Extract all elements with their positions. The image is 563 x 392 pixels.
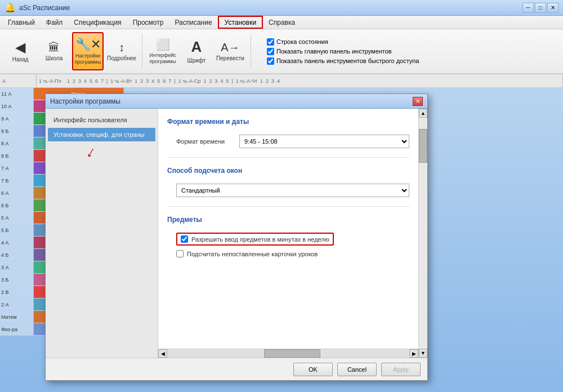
vertical-scroll-thumb[interactable]	[419, 129, 427, 163]
scroll-up-button[interactable]: ▲	[419, 109, 427, 118]
interface-label: Интерфейс программы	[148, 52, 178, 65]
back-icon: ◀	[15, 39, 25, 56]
menu-spec[interactable]: Спецификация	[68, 16, 127, 29]
apply-button[interactable]: Apply	[381, 363, 421, 376]
time-format-select[interactable]: 9:45 - 15:08 09:45 - 15:08 9:45am - 3:08…	[239, 135, 409, 148]
back-label: Назад	[12, 56, 29, 63]
check-quick-toolbar-label: Показать панель инструментов быстрого до…	[276, 57, 419, 64]
dialog-nav: Интерфейс пользователя Установки, специф…	[46, 109, 158, 358]
section-divider-1	[167, 157, 409, 158]
check-quick-toolbar-input[interactable]	[267, 57, 274, 65]
translate-button[interactable]: A→ Перевести	[215, 32, 246, 70]
app-icon: 🔔	[5, 2, 16, 13]
toolbar-sep-1	[142, 34, 142, 68]
check-quick-toolbar[interactable]: Показать панель инструментов быстрого до…	[267, 57, 419, 65]
font-label: Шрифт	[187, 57, 206, 64]
subjects-check-row-2: Подсчитать непоставленные карточки уроко…	[167, 250, 409, 257]
time-format-label: Формат времени	[176, 138, 233, 145]
app-title: aSc Расписание	[19, 4, 70, 12]
minutes-per-week-label[interactable]: Разрешить ввод предметов в минутах в нед…	[176, 233, 334, 246]
maximize-button[interactable]: □	[535, 3, 546, 13]
dialog-body: Интерфейс пользователя Установки, специф…	[46, 109, 427, 358]
section-divider-2	[167, 206, 409, 207]
interface-button[interactable]: ⬜ Интерфейс программы	[147, 32, 178, 70]
toolbar: ◀ Назад 🏛 Школа 🔧✕ Настройки программы ↕…	[0, 29, 563, 74]
minimize-button[interactable]: ─	[522, 3, 534, 13]
back-button[interactable]: ◀ Назад	[5, 32, 36, 70]
scroll-left-button[interactable]: ◀	[158, 349, 167, 358]
time-format-row: Формат времени 9:45 - 15:08 09:45 - 15:0…	[167, 135, 409, 148]
ruler-q1: 1 ч₁-А-Пл 1 2 3 4 5 6 7 | 1 ч₁-А-Вт 1 2 …	[37, 74, 563, 87]
counting-method-select[interactable]: Стандартный Альтернативный	[176, 184, 409, 197]
cancel-button[interactable]: Cancel	[337, 363, 377, 376]
menu-settings[interactable]: Установки	[218, 16, 263, 29]
unplaced-cards-checkbox[interactable]	[176, 250, 184, 257]
menu-glavny[interactable]: Главный	[2, 16, 41, 29]
scroll-down-button[interactable]: ▼	[419, 349, 427, 358]
menu-help[interactable]: Справка	[263, 16, 301, 29]
scroll-right-button[interactable]: ▶	[409, 349, 418, 358]
check-main-toolbar[interactable]: Показать главную панель инструментов	[267, 48, 419, 55]
translate-label: Перевести	[216, 55, 244, 62]
dialog-vertical-scrollbar[interactable]: ▲ ▼	[418, 109, 427, 358]
dialog-overlay: Настройки программы ✕ Интерфейс пользова…	[0, 88, 563, 392]
translate-icon: A→	[221, 41, 239, 54]
menu-schedule[interactable]: Расписание	[169, 16, 217, 29]
check-status-bar[interactable]: Строка состояния	[267, 38, 419, 46]
school-label: Школа	[46, 55, 62, 62]
main-area: 11 АМатем10 АПраво Ма9 АХимия Фи9 БПС Пр…	[0, 88, 563, 392]
check-status-bar-label: Строка состояния	[276, 38, 328, 45]
unplaced-cards-text: Подсчитать непоставленные карточки уроко…	[187, 251, 318, 257]
settings-dialog: Настройки программы ✕ Интерфейс пользова…	[45, 93, 428, 381]
window-controls: ─ □ ✕	[522, 3, 558, 13]
ruler: А 1 ч₁-А-Пл 1 2 3 4 5 6 7 | 1 ч₁-А-Вт 1 …	[0, 74, 563, 88]
font-icon: A	[191, 38, 202, 56]
scroll-thumb[interactable]	[264, 349, 320, 358]
nav-country-settings[interactable]: Установки, специф. для страны	[48, 128, 155, 141]
dialog-footer: OK Cancel Apply	[46, 358, 427, 380]
ok-button[interactable]: OK	[293, 363, 333, 376]
school-icon: 🏛	[48, 41, 60, 54]
title-bar: 🔔 aSc Расписание ─ □ ✕	[0, 0, 563, 16]
check-main-toolbar-input[interactable]	[267, 48, 274, 55]
menu-view[interactable]: Просмотр	[127, 16, 169, 29]
settings-label: Настройки программы	[73, 53, 102, 65]
details-button[interactable]: ↕ Подробнее	[106, 32, 137, 70]
scroll-track[interactable]	[167, 349, 409, 358]
close-button[interactable]: ✕	[547, 3, 558, 13]
school-button[interactable]: 🏛 Школа	[38, 32, 70, 70]
subjects-section-header: Предметы	[167, 216, 409, 226]
ribbon-checkboxes: Строка состояния Показать главную панель…	[267, 38, 419, 65]
nav-interface[interactable]: Интерфейс пользователя	[48, 113, 155, 127]
ruler-label: А	[0, 74, 37, 87]
interface-icon: ⬜	[156, 38, 170, 51]
dialog-content: Формат времени и даты Формат времени 9:4…	[158, 109, 418, 349]
minutes-per-week-checkbox[interactable]	[181, 235, 188, 243]
toolbar-sep-2	[251, 34, 251, 68]
check-status-bar-input[interactable]	[267, 38, 274, 46]
details-icon: ↕	[119, 41, 124, 54]
menu-file[interactable]: Файл	[41, 16, 69, 29]
subjects-check-row-1: Разрешить ввод предметов в минутах в нед…	[167, 233, 409, 246]
minutes-per-week-text: Разрешить ввод предметов в минутах в нед…	[191, 236, 329, 243]
details-label: Подробнее	[107, 55, 136, 62]
check-main-toolbar-label: Показать главную панель инструментов	[276, 48, 392, 55]
dialog-bottom-scrollbar[interactable]: ◀ ▶	[158, 349, 418, 358]
dialog-title-bar: Настройки программы ✕	[46, 94, 427, 109]
menu-bar: Главный Файл Спецификация Просмотр Распи…	[0, 16, 563, 29]
settings-icon: 🔧✕	[75, 37, 101, 52]
settings-button[interactable]: 🔧✕ Настройки программы	[72, 32, 104, 70]
counting-section-header: Способ подсчета окон	[167, 167, 409, 177]
dialog-title: Настройки программы	[50, 97, 120, 105]
counting-method-row: Стандартный Альтернативный	[167, 184, 409, 197]
font-button[interactable]: A Шрифт	[181, 32, 212, 70]
dialog-close-button[interactable]: ✕	[413, 97, 423, 106]
datetime-section-header: Формат времени и даты	[167, 118, 409, 128]
